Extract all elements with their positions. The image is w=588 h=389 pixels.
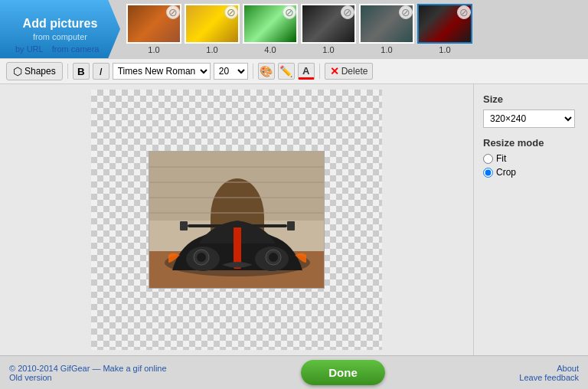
delete-button[interactable]: ✕ Delete [325, 63, 374, 80]
fit-radio[interactable] [483, 154, 493, 164]
from-computer-label: from computer [33, 32, 87, 41]
thumbnails-strip: ⊘1.0⊘1.0⊘4.0⊘1.0⊘1.0⊘1.0 [120, 0, 588, 58]
thumbnail-item[interactable]: ⊘4.0 [243, 4, 298, 54]
footer-right: About Leave feedback [519, 364, 579, 382]
svg-rect-18 [180, 221, 188, 230]
thumbnail-item[interactable]: ⊘1.0 [126, 4, 181, 54]
font-size-select[interactable]: 8101214161820242832364872 [214, 63, 248, 80]
remove-thumbnail-button[interactable]: ⊘ [457, 5, 471, 19]
size-section-title: Size [483, 93, 579, 105]
resize-radio-group: Fit Crop [483, 153, 579, 178]
image-preview [149, 151, 325, 289]
car-image-svg [149, 152, 325, 289]
add-pictures-label: Add pictures [23, 17, 98, 31]
thumbnail-image-wrapper: ⊘ [301, 4, 356, 44]
toolbar: ⬡ Shapes B I Times New RomanArialVerdana… [0, 58, 588, 84]
right-panel: Size 320×240640×480800×6001024×768 Resiz… [473, 84, 588, 355]
pencil-icon[interactable]: ✏️ [278, 63, 295, 80]
crop-option[interactable]: Crop [483, 167, 579, 178]
shapes-icon: ⬡ [13, 65, 22, 77]
old-version-link[interactable]: Old version [9, 373, 167, 382]
separator-2 [253, 64, 253, 79]
separator-1 [67, 64, 68, 79]
header: Add pictures from computer by URL from c… [0, 0, 588, 58]
from-camera-link[interactable]: from camera [52, 44, 100, 54]
thumbnail-item[interactable]: ⊘1.0 [417, 4, 472, 54]
separator-3 [319, 64, 320, 79]
footer: © 2010-2014 GifGear — Make a gif online … [0, 355, 588, 389]
shapes-button[interactable]: ⬡ Shapes [6, 62, 63, 80]
italic-button[interactable]: I [93, 63, 109, 80]
thumbnail-delay: 1.0 [148, 45, 159, 54]
resize-mode-title: Resize mode [483, 137, 579, 149]
done-button[interactable]: Done [301, 360, 385, 385]
svg-point-15 [197, 253, 206, 262]
thumbnail-delay: 1.0 [206, 45, 217, 54]
remove-thumbnail-button[interactable]: ⊘ [283, 5, 296, 19]
svg-rect-19 [287, 221, 295, 230]
font-family-select[interactable]: Times New RomanArialVerdanaGeorgia [113, 63, 211, 80]
crop-radio[interactable] [483, 168, 493, 178]
thumbnail-image-wrapper: ⊘ [417, 4, 472, 44]
fit-option[interactable]: Fit [483, 153, 579, 164]
paint-icon[interactable]: 🎨 [258, 63, 275, 80]
thumbnail-delay: 1.0 [322, 45, 334, 54]
bold-button[interactable]: B [73, 63, 90, 80]
remove-thumbnail-button[interactable]: ⊘ [341, 5, 354, 19]
source-links: by URL from camera [15, 44, 100, 54]
remove-thumbnail-button[interactable]: ⊘ [399, 5, 413, 19]
canvas-area [0, 84, 473, 355]
canvas-inner [91, 90, 382, 350]
shapes-label: Shapes [24, 66, 56, 77]
thumbnail-item[interactable]: ⊘1.0 [359, 4, 414, 54]
by-url-link[interactable]: by URL [15, 44, 44, 54]
fit-label: Fit [496, 153, 506, 164]
thumbnail-delay: 4.0 [264, 45, 276, 54]
thumbnail-image-wrapper: ⊘ [243, 4, 298, 44]
remove-thumbnail-button[interactable]: ⊘ [166, 5, 180, 19]
leave-feedback-link[interactable]: Leave feedback [519, 373, 579, 382]
thumbnail-item[interactable]: ⊘1.0 [185, 4, 240, 54]
crop-label: Crop [496, 167, 516, 178]
footer-left: © 2010-2014 GifGear — Make a gif online … [9, 364, 167, 382]
delete-x-icon: ✕ [330, 65, 339, 77]
thumbnail-image-wrapper: ⊘ [185, 4, 240, 44]
about-link[interactable]: About [557, 364, 579, 373]
copyright-link[interactable]: © 2010-2014 GifGear — Make a gif online [9, 364, 167, 373]
delete-label: Delete [341, 66, 368, 77]
size-select[interactable]: 320×240640×480800×6001024×768 [483, 110, 575, 128]
thumbnail-delay: 1.0 [439, 45, 450, 54]
thumbnail-image-wrapper: ⊘ [126, 4, 181, 44]
resize-section: Resize mode Fit Crop [483, 137, 579, 178]
thumbnail-delay: 1.0 [381, 45, 392, 54]
remove-thumbnail-button[interactable]: ⊘ [224, 5, 238, 19]
thumbnail-item[interactable]: ⊘1.0 [301, 4, 356, 54]
svg-rect-17 [188, 224, 287, 227]
svg-point-16 [269, 253, 278, 262]
text-color-icon[interactable]: A [298, 63, 315, 80]
thumbnail-image-wrapper: ⊘ [359, 4, 414, 44]
main-content: Size 320×240640×480800×6001024×768 Resiz… [0, 84, 588, 355]
